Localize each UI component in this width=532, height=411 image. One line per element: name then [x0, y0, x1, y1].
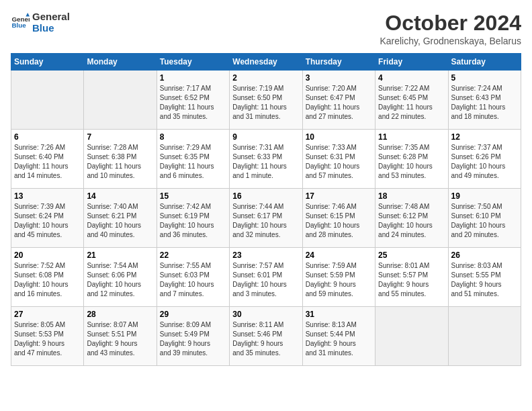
calendar-cell: 29Sunrise: 8:09 AM Sunset: 5:49 PM Dayli…	[157, 307, 229, 366]
calendar-cell: 22Sunrise: 7:55 AM Sunset: 6:03 PM Dayli…	[157, 248, 229, 307]
calendar-cell: 17Sunrise: 7:46 AM Sunset: 6:15 PM Dayli…	[302, 189, 375, 248]
day-number: 25	[378, 250, 445, 260]
week-row-1: 6Sunrise: 7:26 AM Sunset: 6:40 PM Daylig…	[11, 130, 521, 189]
calendar-cell: 19Sunrise: 7:50 AM Sunset: 6:10 PM Dayli…	[448, 189, 521, 248]
day-number: 1	[160, 73, 226, 83]
day-info: Sunrise: 8:01 AM Sunset: 5:57 PM Dayligh…	[378, 261, 445, 299]
day-info: Sunrise: 7:22 AM Sunset: 6:45 PM Dayligh…	[378, 84, 445, 122]
day-number: 27	[14, 310, 81, 319]
week-row-4: 27Sunrise: 8:05 AM Sunset: 5:53 PM Dayli…	[11, 307, 521, 366]
day-info: Sunrise: 7:29 AM Sunset: 6:35 PM Dayligh…	[160, 143, 226, 181]
day-info: Sunrise: 7:24 AM Sunset: 6:43 PM Dayligh…	[451, 84, 518, 122]
header-row: SundayMondayTuesdayWednesdayThursdayFrid…	[11, 54, 521, 71]
calendar-cell: 10Sunrise: 7:33 AM Sunset: 6:31 PM Dayli…	[302, 130, 375, 189]
day-number: 19	[451, 191, 518, 201]
day-info: Sunrise: 7:46 AM Sunset: 6:15 PM Dayligh…	[306, 202, 372, 240]
day-info: Sunrise: 8:03 AM Sunset: 5:55 PM Dayligh…	[451, 261, 518, 299]
day-info: Sunrise: 7:54 AM Sunset: 6:06 PM Dayligh…	[87, 261, 153, 299]
calendar-cell: 27Sunrise: 8:05 AM Sunset: 5:53 PM Dayli…	[11, 307, 84, 366]
calendar-cell	[448, 307, 521, 366]
calendar-cell: 28Sunrise: 8:07 AM Sunset: 5:51 PM Dayli…	[84, 307, 157, 366]
day-info: Sunrise: 7:57 AM Sunset: 6:01 PM Dayligh…	[232, 261, 299, 299]
subtitle: Karelichy, Grodnenskaya, Belarus	[380, 36, 521, 46]
day-info: Sunrise: 8:09 AM Sunset: 5:49 PM Dayligh…	[160, 320, 226, 358]
day-info: Sunrise: 7:55 AM Sunset: 6:03 PM Dayligh…	[160, 261, 226, 299]
header: General Blue General Blue October 2024 K…	[11, 11, 521, 46]
day-info: Sunrise: 7:40 AM Sunset: 6:21 PM Dayligh…	[87, 202, 153, 240]
day-number: 28	[87, 310, 153, 319]
day-number: 13	[14, 191, 81, 201]
day-number: 24	[306, 250, 372, 260]
day-info: Sunrise: 7:19 AM Sunset: 6:50 PM Dayligh…	[232, 84, 299, 122]
day-header-sunday: Sunday	[11, 54, 84, 71]
calendar-cell: 1Sunrise: 7:17 AM Sunset: 6:52 PM Daylig…	[157, 71, 229, 130]
calendar-cell: 3Sunrise: 7:20 AM Sunset: 6:47 PM Daylig…	[302, 71, 375, 130]
calendar-cell: 30Sunrise: 8:11 AM Sunset: 5:46 PM Dayli…	[230, 307, 302, 366]
svg-text:Blue: Blue	[11, 21, 26, 29]
logo-line1: General	[32, 11, 70, 22]
week-row-0: 1Sunrise: 7:17 AM Sunset: 6:52 PM Daylig…	[11, 71, 521, 130]
day-number: 4	[378, 73, 445, 83]
calendar-cell: 26Sunrise: 8:03 AM Sunset: 5:55 PM Dayli…	[448, 248, 521, 307]
day-header-tuesday: Tuesday	[157, 54, 229, 71]
calendar-cell: 14Sunrise: 7:40 AM Sunset: 6:21 PM Dayli…	[84, 189, 157, 248]
day-number: 18	[378, 191, 445, 201]
day-info: Sunrise: 8:07 AM Sunset: 5:51 PM Dayligh…	[87, 320, 153, 358]
day-info: Sunrise: 7:37 AM Sunset: 6:26 PM Dayligh…	[451, 143, 518, 181]
calendar-cell: 7Sunrise: 7:28 AM Sunset: 6:38 PM Daylig…	[84, 130, 157, 189]
calendar-cell: 24Sunrise: 7:59 AM Sunset: 5:59 PM Dayli…	[302, 248, 375, 307]
day-info: Sunrise: 8:11 AM Sunset: 5:46 PM Dayligh…	[232, 320, 299, 358]
calendar-cell: 21Sunrise: 7:54 AM Sunset: 6:06 PM Dayli…	[84, 248, 157, 307]
day-number: 16	[232, 191, 299, 201]
day-number: 30	[232, 310, 299, 319]
day-info: Sunrise: 8:13 AM Sunset: 5:44 PM Dayligh…	[306, 320, 372, 358]
calendar-cell: 13Sunrise: 7:39 AM Sunset: 6:24 PM Dayli…	[11, 189, 84, 248]
calendar-cell: 6Sunrise: 7:26 AM Sunset: 6:40 PM Daylig…	[11, 130, 84, 189]
calendar-cell: 11Sunrise: 7:35 AM Sunset: 6:28 PM Dayli…	[375, 130, 448, 189]
day-number: 29	[160, 310, 226, 319]
calendar-table: SundayMondayTuesdayWednesdayThursdayFrid…	[11, 53, 521, 366]
day-number: 2	[232, 73, 299, 83]
day-number: 9	[232, 132, 299, 142]
day-info: Sunrise: 7:42 AM Sunset: 6:19 PM Dayligh…	[160, 202, 226, 240]
svg-marker-2	[26, 13, 30, 17]
day-number: 22	[160, 250, 226, 260]
day-info: Sunrise: 7:20 AM Sunset: 6:47 PM Dayligh…	[306, 84, 372, 122]
day-number: 11	[378, 132, 445, 142]
day-number: 15	[160, 191, 226, 201]
calendar-cell: 18Sunrise: 7:48 AM Sunset: 6:12 PM Dayli…	[375, 189, 448, 248]
week-row-3: 20Sunrise: 7:52 AM Sunset: 6:08 PM Dayli…	[11, 248, 521, 307]
month-title: October 2024	[380, 11, 521, 36]
day-number: 3	[306, 73, 372, 83]
day-number: 17	[306, 191, 372, 201]
day-header-thursday: Thursday	[302, 54, 375, 71]
day-header-saturday: Saturday	[448, 54, 521, 71]
calendar-cell: 31Sunrise: 8:13 AM Sunset: 5:44 PM Dayli…	[302, 307, 375, 366]
day-info: Sunrise: 7:33 AM Sunset: 6:31 PM Dayligh…	[306, 143, 372, 181]
calendar-cell: 9Sunrise: 7:31 AM Sunset: 6:33 PM Daylig…	[230, 130, 302, 189]
day-info: Sunrise: 7:31 AM Sunset: 6:33 PM Dayligh…	[232, 143, 299, 181]
day-number: 20	[14, 250, 81, 260]
logo-line2: Blue	[32, 22, 70, 34]
day-number: 10	[306, 132, 372, 142]
day-info: Sunrise: 7:26 AM Sunset: 6:40 PM Dayligh…	[14, 143, 81, 181]
day-number: 6	[14, 132, 81, 142]
day-info: Sunrise: 7:50 AM Sunset: 6:10 PM Dayligh…	[451, 202, 518, 240]
day-info: Sunrise: 7:35 AM Sunset: 6:28 PM Dayligh…	[378, 143, 445, 181]
calendar-cell	[375, 307, 448, 366]
calendar-cell: 20Sunrise: 7:52 AM Sunset: 6:08 PM Dayli…	[11, 248, 84, 307]
day-number: 23	[232, 250, 299, 260]
day-info: Sunrise: 7:28 AM Sunset: 6:38 PM Dayligh…	[87, 143, 153, 181]
day-header-friday: Friday	[375, 54, 448, 71]
day-header-wednesday: Wednesday	[230, 54, 302, 71]
day-info: Sunrise: 7:44 AM Sunset: 6:17 PM Dayligh…	[232, 202, 299, 240]
day-number: 31	[306, 310, 372, 319]
day-number: 7	[87, 132, 153, 142]
calendar-cell: 12Sunrise: 7:37 AM Sunset: 6:26 PM Dayli…	[448, 130, 521, 189]
title-area: October 2024 Karelichy, Grodnenskaya, Be…	[380, 11, 521, 46]
day-number: 5	[451, 73, 518, 83]
calendar-cell: 15Sunrise: 7:42 AM Sunset: 6:19 PM Dayli…	[157, 189, 229, 248]
calendar-cell: 16Sunrise: 7:44 AM Sunset: 6:17 PM Dayli…	[230, 189, 302, 248]
day-info: Sunrise: 7:48 AM Sunset: 6:12 PM Dayligh…	[378, 202, 445, 240]
day-number: 12	[451, 132, 518, 142]
